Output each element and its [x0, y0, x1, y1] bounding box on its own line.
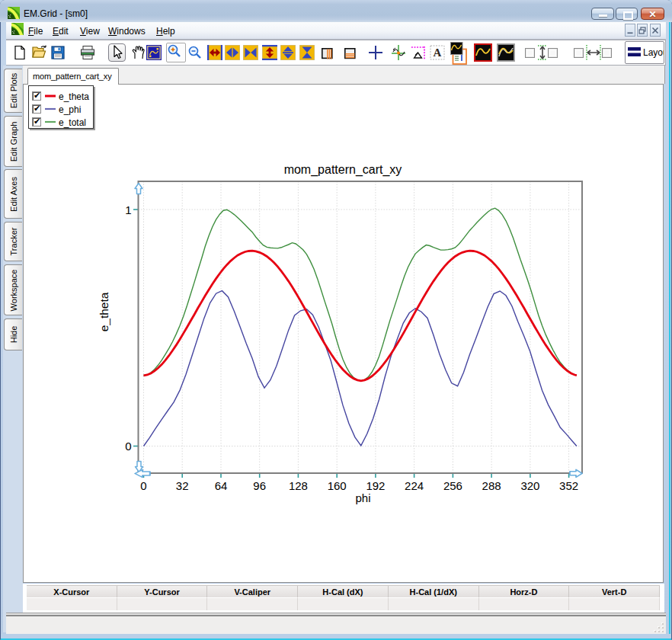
svg-text:phi: phi [355, 491, 370, 504]
svg-text:0: 0 [140, 479, 146, 492]
svg-text:224: 224 [405, 479, 424, 492]
svg-text:256: 256 [443, 479, 462, 492]
svg-text:288: 288 [482, 479, 501, 492]
svg-text:192: 192 [366, 479, 385, 492]
svg-text:160: 160 [328, 479, 347, 492]
svg-text:128: 128 [289, 479, 308, 492]
svg-text:352: 352 [559, 479, 578, 492]
svg-text:96: 96 [253, 479, 266, 492]
svg-text:0: 0 [125, 440, 131, 453]
svg-text:mom_pattern_cart_xy: mom_pattern_cart_xy [284, 163, 402, 177]
svg-text:320: 320 [520, 479, 539, 492]
svg-text:1: 1 [125, 203, 131, 216]
svg-text:e_theta: e_theta [98, 292, 110, 331]
svg-text:32: 32 [176, 479, 189, 492]
svg-text:64: 64 [215, 479, 228, 492]
